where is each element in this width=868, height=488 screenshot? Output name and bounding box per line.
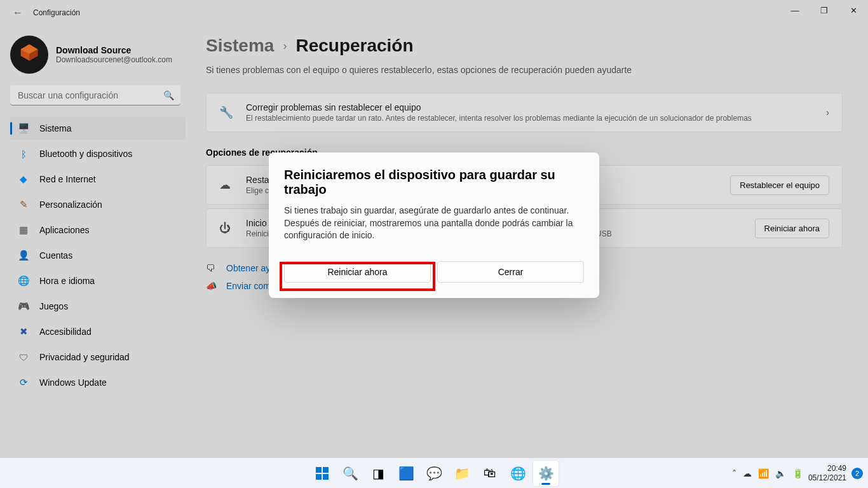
clock[interactable]: 20:49 05/12/2021 <box>808 464 846 482</box>
notification-badge[interactable]: 2 <box>851 468 863 479</box>
store-icon[interactable]: 🛍 <box>477 461 503 486</box>
battery-icon[interactable]: 🔋 <box>792 468 803 478</box>
date: 05/12/2021 <box>808 473 846 482</box>
taskbar-center: 🔍 ◨ 🟦 💬 📁 🛍 🌐 ⚙️ <box>309 461 559 486</box>
svg-rect-3 <box>323 474 329 480</box>
task-view-button[interactable]: ◨ <box>365 461 391 486</box>
taskbar-search-button[interactable]: 🔍 <box>337 461 363 486</box>
dialog-body: Si tienes trabajo sin guardar, asegúrate… <box>284 205 584 242</box>
settings-icon[interactable]: ⚙️ <box>533 461 559 486</box>
onedrive-icon[interactable]: ☁ <box>743 468 752 478</box>
dialog-buttons: Reiniciar ahora Cerrar <box>284 261 584 283</box>
svg-rect-0 <box>316 467 322 473</box>
chat-button[interactable]: 💬 <box>421 461 447 486</box>
dialog-close-button[interactable]: Cerrar <box>437 261 584 283</box>
taskbar: 🔍 ◨ 🟦 💬 📁 🛍 🌐 ⚙️ ˄ ☁ 📶 🔈 🔋 20:49 05/12/2… <box>0 458 868 488</box>
wifi-icon[interactable]: 📶 <box>758 468 769 478</box>
taskbar-right: ˄ ☁ 📶 🔈 🔋 20:49 05/12/2021 2 <box>732 464 863 482</box>
explorer-icon[interactable]: 📁 <box>449 461 475 486</box>
svg-rect-1 <box>323 467 329 473</box>
svg-rect-2 <box>316 474 322 480</box>
tray[interactable]: ˄ ☁ 📶 🔈 🔋 <box>732 468 803 478</box>
dialog-restart-button[interactable]: Reiniciar ahora <box>284 261 431 283</box>
time: 20:49 <box>808 464 846 473</box>
edge-icon[interactable]: 🌐 <box>505 461 531 486</box>
chevron-up-icon[interactable]: ˄ <box>732 468 736 478</box>
modal-overlay: Reiniciaremos el dispositivo para guarda… <box>0 0 868 488</box>
start-button[interactable] <box>309 461 335 486</box>
volume-icon[interactable]: 🔈 <box>775 468 786 478</box>
restart-dialog: Reiniciaremos el dispositivo para guarda… <box>269 152 599 298</box>
dialog-title: Reiniciaremos el dispositivo para guarda… <box>284 168 584 197</box>
widgets-button[interactable]: 🟦 <box>393 461 419 486</box>
